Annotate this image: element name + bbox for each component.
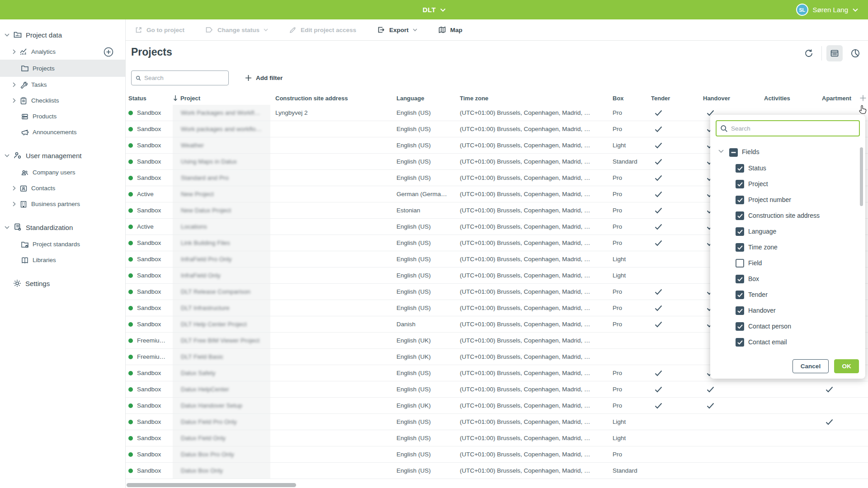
field-checkbox-item[interactable]: Field bbox=[710, 255, 859, 271]
sidebar-item-analytics[interactable]: Analytics bbox=[0, 44, 125, 60]
field-checkbox[interactable] bbox=[736, 164, 744, 173]
check-icon bbox=[655, 207, 662, 214]
tender-cell bbox=[651, 398, 701, 413]
column-header-project[interactable]: Project bbox=[173, 91, 270, 105]
box-cell: Light bbox=[613, 414, 649, 430]
check-icon bbox=[655, 386, 662, 393]
column-header-language[interactable]: Language bbox=[396, 91, 458, 105]
project-search[interactable] bbox=[131, 70, 229, 85]
caret-down-icon bbox=[413, 28, 417, 32]
field-checkbox-item[interactable]: Status bbox=[710, 160, 859, 176]
sidebar-item-tasks[interactable]: Tasks bbox=[0, 77, 125, 93]
field-checkbox[interactable] bbox=[736, 322, 744, 331]
status-cell: Sandbox bbox=[128, 137, 172, 153]
add-column-button[interactable] bbox=[858, 93, 868, 103]
chevron-down-icon bbox=[5, 226, 9, 229]
field-checkbox-item[interactable]: Project number bbox=[710, 192, 859, 208]
sidebar-item-checklists[interactable]: Checklists bbox=[0, 93, 125, 108]
sidebar-item-products[interactable]: Products bbox=[0, 108, 125, 124]
add-filter-button[interactable]: Add filter bbox=[245, 70, 283, 85]
field-checkbox-item[interactable]: Box bbox=[710, 271, 859, 287]
field-checkbox[interactable] bbox=[736, 338, 744, 347]
search-input[interactable] bbox=[144, 75, 224, 81]
field-checkbox-item[interactable]: Contact email bbox=[710, 334, 859, 350]
add-analytics-button[interactable] bbox=[104, 47, 113, 57]
libraries-icon bbox=[21, 256, 29, 264]
sidebar-section-user-management[interactable]: User management bbox=[0, 146, 125, 164]
user-menu[interactable]: SL Søren Lang bbox=[796, 0, 858, 19]
ok-button[interactable]: OK bbox=[834, 359, 859, 373]
column-header-tender[interactable]: Tender bbox=[651, 91, 701, 105]
panel-scrollbar[interactable] bbox=[860, 147, 863, 206]
sidebar-item-project-standards[interactable]: Project standards bbox=[0, 236, 125, 252]
sidebar-section-standardization[interactable]: Standardization bbox=[0, 218, 125, 236]
field-checkbox-item[interactable]: Project bbox=[710, 176, 859, 192]
status-cell: Active bbox=[128, 219, 172, 235]
field-checkbox-item[interactable]: Time zone bbox=[710, 239, 859, 255]
address-cell bbox=[275, 398, 393, 413]
sidebar-item-libraries[interactable]: Libraries bbox=[0, 252, 125, 268]
map-button[interactable]: Map bbox=[438, 26, 462, 34]
fields-root-checkbox[interactable] bbox=[729, 148, 738, 157]
caret-down-icon bbox=[264, 28, 268, 32]
status-dot bbox=[128, 387, 133, 392]
sidebar-item-projects[interactable]: Projects bbox=[0, 60, 125, 77]
column-header-apartment[interactable]: Apartment bbox=[822, 91, 857, 105]
divider bbox=[821, 46, 822, 61]
column-header-address[interactable]: Construction site address bbox=[275, 91, 393, 105]
sidebar-item-contacts[interactable]: Contacts bbox=[0, 180, 125, 196]
status-label: Active bbox=[137, 223, 154, 230]
table-row[interactable]: Sandbox Dalux HelpCenter English (US) (U… bbox=[126, 381, 868, 398]
field-checkbox[interactable] bbox=[736, 196, 744, 204]
table-row[interactable]: Sandbox Dalux Box Only English (US) (UTC… bbox=[126, 463, 868, 479]
field-checkbox[interactable] bbox=[736, 275, 744, 283]
horizontal-scrollbar[interactable] bbox=[127, 483, 296, 487]
panel-search[interactable] bbox=[716, 120, 860, 136]
column-header-activities[interactable]: Activities bbox=[764, 91, 818, 105]
sidebar-section-project-data[interactable]: Project data bbox=[0, 26, 125, 44]
sidebar-item-announcements[interactable]: Announcements bbox=[0, 124, 125, 140]
field-checkbox-item[interactable]: Construction site address bbox=[710, 208, 859, 224]
app-switcher[interactable]: DLT bbox=[423, 0, 446, 19]
field-checkbox-item[interactable]: Handover bbox=[710, 303, 859, 319]
go-to-project-button[interactable]: Go to project bbox=[135, 26, 184, 34]
column-header-timezone[interactable]: Time zone bbox=[460, 91, 610, 105]
cancel-button[interactable]: Cancel bbox=[793, 359, 829, 373]
field-checkbox[interactable] bbox=[736, 243, 744, 252]
change-status-button[interactable]: Change status bbox=[205, 26, 268, 33]
table-row[interactable]: Sandbox Dalux Field Only English (US) (U… bbox=[126, 430, 868, 446]
business-partners-icon bbox=[19, 200, 28, 208]
field-checkbox[interactable] bbox=[736, 227, 744, 236]
edit-project-access-button[interactable]: Edit project access bbox=[289, 26, 356, 34]
table-row[interactable]: Sandbox Dalux Field Pro Only English (US… bbox=[126, 414, 868, 430]
page-title: Projects bbox=[131, 46, 172, 58]
field-checkbox-item[interactable]: Language bbox=[710, 224, 859, 239]
check-icon bbox=[707, 386, 714, 393]
timezone-cell: (UTC+01:00) Brussels, Copenhagen, Madrid… bbox=[460, 202, 610, 218]
field-checkbox-item[interactable]: Contact person bbox=[710, 319, 859, 334]
sidebar-item-settings[interactable]: Settings bbox=[0, 274, 125, 292]
handover-cell bbox=[703, 381, 762, 397]
column-header-status[interactable]: Status bbox=[128, 91, 172, 105]
fields-root-item[interactable]: Fields bbox=[710, 145, 859, 160]
project-cell: Dalux Field Pro Only bbox=[173, 414, 270, 430]
chart-view-button[interactable] bbox=[847, 45, 863, 61]
column-header-handover[interactable]: Handover bbox=[703, 91, 762, 105]
panel-search-input[interactable] bbox=[731, 125, 855, 132]
status-dot bbox=[128, 241, 133, 245]
field-checkbox[interactable] bbox=[736, 291, 744, 299]
pie-chart-icon bbox=[850, 48, 860, 58]
refresh-button[interactable] bbox=[801, 45, 817, 61]
field-checkbox[interactable] bbox=[736, 180, 744, 188]
field-checkbox-item[interactable]: Tender bbox=[710, 287, 859, 303]
table-row[interactable]: Sandbox Dalux Handover Setup English (UK… bbox=[126, 398, 868, 414]
table-row[interactable]: Sandbox Dalux Box Pro Only English (US) … bbox=[126, 446, 868, 463]
field-checkbox[interactable] bbox=[736, 259, 744, 267]
field-checkbox[interactable] bbox=[736, 211, 744, 220]
sidebar-item-business-partners[interactable]: Business partners bbox=[0, 196, 125, 212]
sidebar-item-company-users[interactable]: Company users bbox=[0, 164, 125, 180]
column-header-box[interactable]: Box bbox=[613, 91, 649, 105]
field-checkbox[interactable] bbox=[736, 306, 744, 315]
export-button[interactable]: Export bbox=[377, 26, 417, 34]
table-view-button[interactable] bbox=[826, 45, 843, 61]
